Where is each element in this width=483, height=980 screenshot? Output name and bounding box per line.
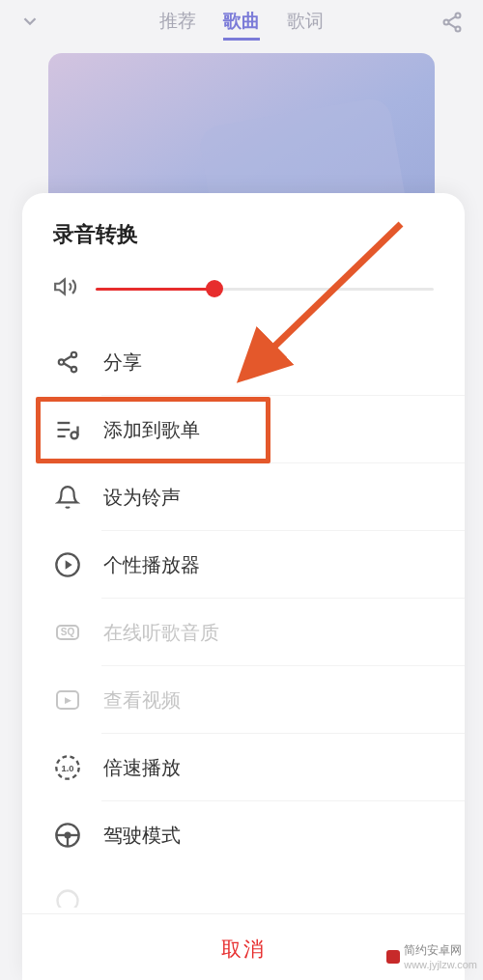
playlist-add-icon [53,415,82,444]
menu-item-driving-mode[interactable]: 驾驶模式 [53,801,465,869]
menu-item-add-to-playlist[interactable]: 添加到歌单 [53,396,465,463]
svg-marker-5 [55,279,65,294]
menu-item-custom-player[interactable]: 个性播放器 [53,531,465,599]
watermark-text-url: www.jyjlzw.com [404,959,477,970]
speed-icon: 1.0 [53,753,82,782]
player-icon [53,550,82,579]
menu-item-view-video: ▶ 查看视频 [53,666,465,734]
volume-row [22,274,465,328]
tab-song[interactable]: 歌曲 [223,9,260,41]
steering-wheel-icon [53,821,82,850]
sq-icon: SQ [53,618,82,647]
tab-recommend[interactable]: 推荐 [159,9,196,41]
svg-point-6 [71,352,76,357]
volume-icon [53,274,78,303]
svg-point-7 [59,359,64,364]
svg-marker-17 [66,560,72,569]
svg-point-21 [66,833,71,838]
svg-point-0 [456,14,461,18]
watermark: 简约安卓网 www.jyjlzw.com [386,942,477,970]
menu-label: 驾驶模式 [103,823,181,849]
menu-item-partial[interactable] [53,869,465,908]
tab-lyrics[interactable]: 歌词 [287,9,324,41]
svg-point-1 [444,20,449,25]
svg-point-2 [456,27,461,32]
menu-label: 设为铃声 [103,485,181,511]
svg-line-9 [64,356,71,361]
menu-label: 分享 [103,350,142,376]
clock-icon [53,886,82,908]
watermark-icon [386,950,400,964]
volume-slider[interactable] [96,288,434,291]
top-tabs: 推荐 歌曲 歌词 [159,9,324,41]
video-icon: ▶ [53,686,82,714]
top-bar: 推荐 歌曲 歌词 [0,0,483,48]
svg-line-4 [448,23,456,28]
chevron-down-icon[interactable] [19,11,41,38]
menu-label: 倍速播放 [103,755,181,781]
menu-item-share[interactable]: 分享 [53,328,465,396]
menu-item-playback-speed[interactable]: 1.0 倍速播放 [53,734,465,801]
svg-line-3 [448,16,456,21]
menu-label: 查看视频 [103,687,181,714]
svg-point-25 [58,891,78,909]
slider-knob[interactable] [206,280,223,297]
menu-label: 个性播放器 [103,552,200,578]
sheet-title: 录音转换 [22,220,465,274]
watermark-text-cn: 简约安卓网 [404,943,462,957]
menu-label: 在线听歌音质 [103,620,219,646]
menu-item-online-quality: SQ 在线听歌音质 [53,599,465,666]
svg-line-10 [64,363,71,368]
share-icon[interactable] [440,11,464,38]
action-sheet: 录音转换 分享 添加到歌单 设为铃声 [22,193,465,980]
svg-point-8 [71,367,76,372]
bell-icon [53,483,82,512]
svg-text:1.0: 1.0 [62,764,74,773]
share-icon [53,348,82,377]
menu-list: 分享 添加到歌单 设为铃声 个性播放器 SQ 在线听歌音质 [22,328,465,913]
menu-label: 添加到歌单 [103,417,200,443]
menu-item-ringtone[interactable]: 设为铃声 [53,463,465,531]
